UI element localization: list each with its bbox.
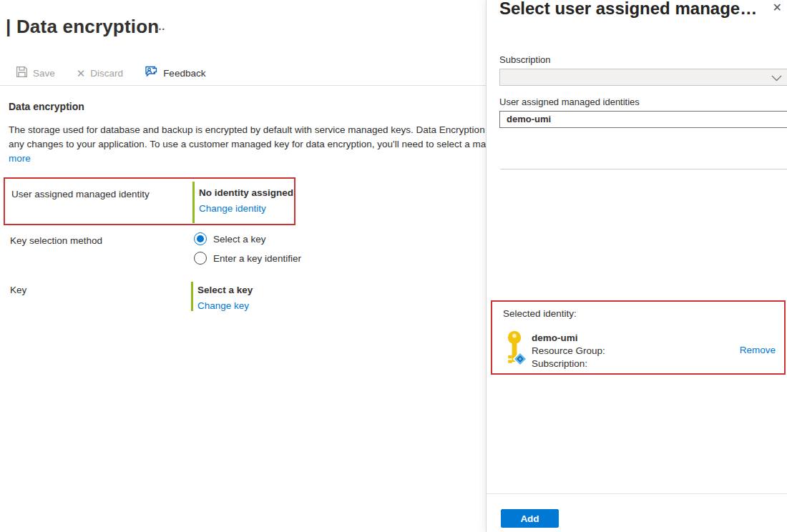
radio-selected-icon — [194, 232, 207, 245]
umi-current-value: No identity assigned — [199, 187, 293, 199]
identities-label: User assigned managed identities — [499, 97, 640, 107]
key-field-value: Select a key Change key — [197, 285, 253, 312]
save-icon — [16, 66, 28, 80]
feedback-label: Feedback — [163, 68, 205, 79]
umi-field-value: No identity assigned Change identity — [199, 187, 293, 215]
umi-field-label: User assigned managed identity — [11, 189, 150, 200]
identity-name: demo-umi — [532, 332, 578, 345]
unsaved-change-indicator — [191, 282, 193, 311]
close-icon[interactable]: ✕ — [773, 2, 782, 14]
save-button[interactable]: Save — [16, 66, 55, 80]
more-menu-icon[interactable]: … — [155, 20, 165, 32]
add-button[interactable]: Add — [501, 509, 559, 528]
toolbar-divider — [0, 85, 486, 86]
feedback-button[interactable]: Feedback — [145, 66, 205, 80]
command-bar: Save ✕ Discard Feedback — [16, 64, 205, 82]
key-current-value: Select a key — [197, 285, 253, 296]
azure-portal-screen: | Data encryption … Save ✕ Discard — [0, 0, 787, 532]
umi-highlight-box: User assigned managed identity No identi… — [4, 177, 295, 225]
change-key-link[interactable]: Change key — [197, 300, 249, 312]
discard-icon: ✕ — [77, 68, 86, 79]
select-identity-panel: Select user assigned manage… ✕ Subscript… — [486, 0, 787, 532]
selected-identity-label: Selected identity: — [503, 308, 577, 319]
identities-input[interactable]: demo-umi — [499, 111, 787, 128]
key-method-label: Key selection method — [10, 235, 102, 246]
radio-enter-key-identifier[interactable]: Enter a key identifier — [194, 251, 301, 265]
panel-footer-divider — [487, 493, 787, 494]
discard-label: Discard — [90, 68, 123, 79]
section-heading: Data encryption — [9, 101, 84, 112]
unsaved-change-indicator — [192, 182, 195, 223]
discard-button[interactable]: ✕ Discard — [77, 68, 123, 79]
description-line-1: The storage used for database and backup… — [9, 123, 486, 137]
more-link[interactable]: more — [9, 153, 31, 164]
identity-resource-group: Resource Group: — [532, 345, 605, 358]
radio-select-a-key-label: Select a key — [213, 234, 266, 245]
chevron-down-icon — [771, 75, 782, 82]
page-title: | Data encryption — [6, 16, 159, 38]
subscription-label: Subscription — [499, 54, 551, 65]
identity-subscription: Subscription: — [532, 358, 587, 370]
radio-select-a-key[interactable]: Select a key — [194, 232, 301, 246]
save-label: Save — [33, 68, 55, 79]
change-identity-link[interactable]: Change identity — [199, 203, 266, 215]
key-method-radio-group: Select a key Enter a key identifier — [194, 232, 301, 270]
remove-identity-link[interactable]: Remove — [740, 345, 776, 355]
section-description: The storage used for database and backup… — [9, 123, 486, 166]
managed-identity-key-icon — [505, 330, 527, 370]
key-field-label: Key — [10, 285, 26, 295]
description-line-2: any changes to your application. To use … — [9, 137, 486, 152]
panel-title: Select user assigned manage… — [499, 0, 766, 19]
selected-identity-highlight-box: Selected identity: demo-umi Resource Gro… — [491, 300, 786, 375]
radio-enter-key-identifier-label: Enter a key identifier — [213, 253, 301, 264]
subscription-dropdown[interactable] — [499, 69, 787, 86]
panel-divider — [500, 169, 787, 169]
radio-unselected-icon — [194, 252, 207, 265]
feedback-icon — [145, 66, 158, 80]
